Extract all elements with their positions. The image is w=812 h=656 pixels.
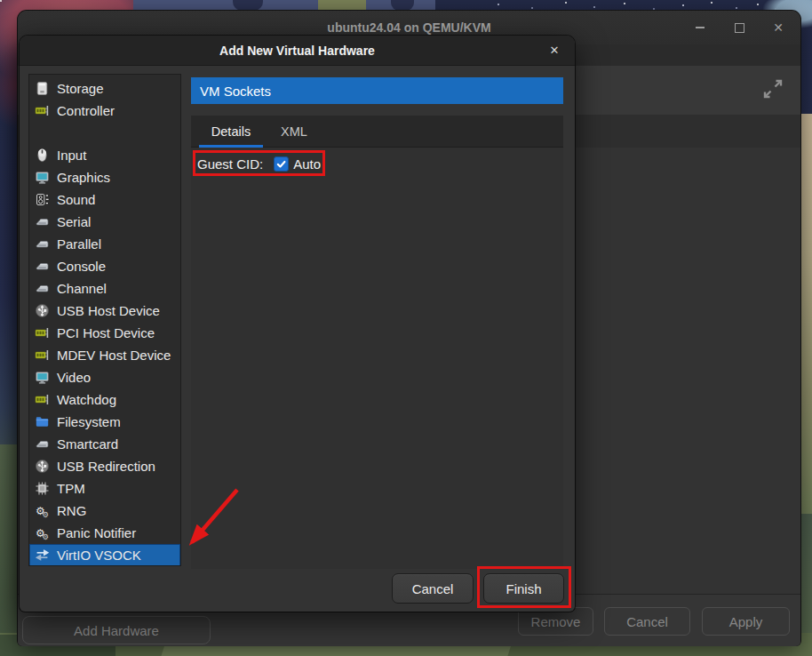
tab-xml[interactable]: XML <box>274 116 314 148</box>
apply-button[interactable]: Apply <box>702 607 790 636</box>
svg-text:⚙: ⚙ <box>43 532 50 540</box>
sidebar-item-rng[interactable]: ⚙⚙RNG <box>29 500 180 522</box>
dialog-titlebar[interactable]: Add New Virtual Hardware ✕ <box>20 36 575 66</box>
sidebar-item-console[interactable]: Console <box>29 255 180 277</box>
sidebar-item-label: Channel <box>57 281 107 296</box>
close-icon: ✕ <box>550 44 560 57</box>
dialog-title: Add New Virtual Hardware <box>219 44 375 58</box>
checkmark-icon <box>275 158 287 170</box>
guest-cid-label: Guest CID: <box>197 156 263 172</box>
dialog-close-button[interactable]: ✕ <box>545 36 564 65</box>
sidebar-item-graphics[interactable]: Graphics <box>29 166 180 188</box>
maximize-button[interactable] <box>729 18 749 37</box>
fullscreen-button[interactable] <box>758 75 788 103</box>
cancel-button-main[interactable]: Cancel <box>604 607 690 636</box>
sidebar-item-label: Parallel <box>57 236 101 252</box>
sidebar-item-label: USB Host Device <box>57 303 160 318</box>
chip-icon <box>35 325 50 340</box>
sidebar-item-virtio-vsock[interactable]: VirtIO VSOCK <box>29 544 180 566</box>
panel-header: VM Sockets <box>191 77 563 104</box>
chip-grey-icon <box>35 481 50 496</box>
sidebar-item-usb-host-device[interactable]: USB Host Device <box>29 300 180 322</box>
tab-details[interactable]: Details <box>199 116 263 148</box>
hardware-type-list: StorageControllerInputGraphicsSoundSeria… <box>28 74 181 566</box>
wallpaper-stars <box>0 0 2 2</box>
folder-icon <box>35 414 50 429</box>
monitor-icon <box>35 370 50 385</box>
dialog-finish-button[interactable]: Finish <box>483 573 564 604</box>
sidebar-item-tpm[interactable]: TPM <box>29 477 180 500</box>
close-icon: ✕ <box>773 21 784 34</box>
sidebar-item-label: RNG <box>57 503 86 518</box>
sidebar-item-label: Filesystem <box>57 414 121 429</box>
minimize-button[interactable] <box>690 18 710 37</box>
sidebar-item-smartcard[interactable]: Smartcard <box>29 433 180 455</box>
add-hardware-dialog: Add New Virtual Hardware ✕ StorageContro… <box>20 36 575 612</box>
chip-icon <box>35 392 50 407</box>
monitor-icon <box>35 170 50 185</box>
sidebar-item-storage[interactable]: Storage <box>29 77 180 100</box>
sidebar-item-serial[interactable]: Serial <box>29 211 180 233</box>
sidebar-item-label: Smartcard <box>57 436 118 452</box>
sidebar-item-label: Sound <box>57 192 95 207</box>
close-button[interactable]: ✕ <box>768 18 788 37</box>
chip-icon <box>35 348 50 363</box>
fullscreen-expand-icon <box>760 76 785 101</box>
wallpaper-shape <box>233 0 263 11</box>
sidebar-item-parallel[interactable]: Parallel <box>29 233 180 255</box>
swap-arrows-icon <box>35 548 50 563</box>
speaker-icon <box>35 192 50 207</box>
panel-tabbar: Details XML <box>191 116 563 148</box>
sidebar-item-sound[interactable]: Sound <box>29 188 180 211</box>
sidebar-item-label: Controller <box>57 103 115 118</box>
disk-icon <box>35 81 50 96</box>
sidebar-item-label: USB Redirection <box>57 459 155 474</box>
auto-cid-checkbox[interactable] <box>274 156 289 172</box>
guest-cid-row: Guest CID: Auto <box>197 152 321 175</box>
sidebar-item-panic-notifier[interactable]: ⚙⚙Panic Notifier <box>29 522 180 544</box>
sidebar-item-label: VirtIO VSOCK <box>57 548 141 563</box>
serial-device-icon <box>35 281 50 296</box>
add-hardware-button[interactable]: Add Hardware <box>22 616 211 644</box>
sidebar-item-label: Serial <box>57 214 91 229</box>
sidebar-item-mdev-host-device[interactable]: MDEV Host Device <box>29 344 180 366</box>
auto-checkbox-label: Auto <box>293 156 321 172</box>
sidebar-item-filesystem[interactable]: Filesystem <box>29 411 180 433</box>
sidebar-spacer <box>29 122 180 144</box>
sidebar-item-video[interactable]: Video <box>29 366 180 388</box>
chip-icon <box>35 103 50 118</box>
wallpaper-shape <box>391 0 414 11</box>
serial-device-icon <box>35 436 50 452</box>
sidebar-item-watchdog[interactable]: Watchdog <box>29 388 180 411</box>
sidebar-item-controller[interactable]: Controller <box>29 100 180 122</box>
sidebar-item-label: Watchdog <box>57 392 116 407</box>
sidebar-item-pci-host-device[interactable]: PCI Host Device <box>29 322 180 344</box>
sidebar-item-label: Console <box>57 259 106 274</box>
sidebar-item-label: Input <box>57 148 86 163</box>
usb-icon <box>35 303 50 318</box>
serial-device-icon <box>35 259 50 274</box>
dialog-cancel-button[interactable]: Cancel <box>392 573 474 604</box>
sidebar-item-usb-redirection[interactable]: USB Redirection <box>29 455 180 477</box>
serial-device-icon <box>35 236 50 252</box>
sidebar-item-label: MDEV Host Device <box>57 348 171 363</box>
maximize-icon <box>735 23 744 33</box>
minimize-icon <box>696 27 705 28</box>
gears-icon: ⚙⚙ <box>35 503 50 518</box>
panel-header-label: VM Sockets <box>200 84 271 99</box>
gears-icon: ⚙⚙ <box>35 525 50 540</box>
sidebar-item-label: Panic Notifier <box>57 525 136 540</box>
sidebar-item-label: PCI Host Device <box>57 325 155 340</box>
mouse-icon <box>35 148 50 163</box>
window-controls: ✕ <box>690 11 788 44</box>
sidebar-item-input[interactable]: Input <box>29 144 180 166</box>
window-title: ubuntu24.04 on QEMU/KVM <box>327 20 490 35</box>
usb-icon <box>35 459 50 474</box>
sidebar-item-channel[interactable]: Channel <box>29 277 180 300</box>
sidebar-item-label: Graphics <box>57 170 110 185</box>
panel-content: Guest CID: Auto <box>191 148 563 569</box>
sidebar-item-label: Video <box>57 370 91 385</box>
sidebar-item-label: Storage <box>57 81 104 96</box>
svg-text:⚙: ⚙ <box>43 510 50 518</box>
sidebar-item-label: TPM <box>57 481 85 496</box>
